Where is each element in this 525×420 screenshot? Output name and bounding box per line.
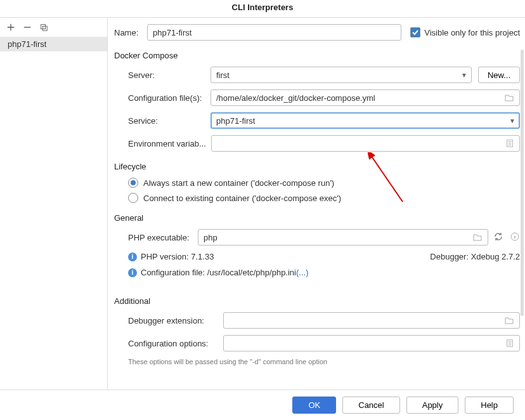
debugger-ext-row: Debugger extension:	[128, 312, 520, 329]
general-section-label: General	[114, 213, 520, 223]
svg-rect-0	[41, 25, 46, 29]
remove-icon[interactable]	[23, 23, 32, 32]
config-opts-label: Configuration options:	[128, 339, 223, 348]
visible-checkbox-label: Visible only for this project	[424, 28, 520, 37]
svg-rect-1	[42, 26, 47, 30]
lifecycle-section-label: Lifecycle	[114, 162, 520, 171]
sidebar-toolbar	[0, 18, 107, 37]
radio-icon	[128, 178, 138, 188]
radio-icon	[128, 193, 138, 203]
name-label: Name:	[114, 28, 147, 37]
window-title: CLI Interpreters	[0, 0, 525, 17]
php-version-text: PHP version: 7.1.33	[141, 252, 214, 261]
main-container: php71-first Name: Visible only for this …	[0, 17, 525, 391]
visible-checkbox[interactable]	[410, 27, 420, 37]
additional-section-label: Additional	[114, 296, 520, 306]
service-value: php71-first	[216, 116, 255, 126]
php-exec-row: PHP executable: php	[128, 229, 520, 246]
config-files-row: Configuration file(s): /home/alex/docker…	[128, 89, 520, 106]
name-input[interactable]	[147, 24, 401, 41]
info-icon: i	[128, 268, 137, 277]
folder-icon[interactable]	[472, 232, 483, 242]
sidebar-item-label: php71-first	[8, 39, 46, 49]
chevron-down-icon: ▼	[509, 117, 515, 124]
lifecycle-opt1-label: Always start a new container ('docker-co…	[143, 178, 334, 188]
add-icon[interactable]	[6, 23, 15, 32]
env-input[interactable]	[211, 135, 520, 152]
sidebar: php71-first	[0, 18, 108, 391]
lifecycle-radio-run[interactable]: Always start a new container ('docker-co…	[128, 178, 520, 188]
server-row: Server: first ▼ New...	[128, 67, 520, 83]
ok-button[interactable]: OK	[292, 397, 336, 414]
config-files-input[interactable]: /home/alex/docker_git/docker-compose.yml	[211, 89, 520, 106]
service-row: Service: php71-first ▼	[128, 112, 520, 129]
php-exec-actions	[493, 232, 520, 244]
sidebar-item-php71[interactable]: php71-first	[0, 37, 107, 51]
server-value: first	[216, 70, 230, 80]
config-file-row: i Configuration file: /usr/local/etc/php…	[114, 268, 520, 277]
content-panel: Name: Visible only for this project Dock…	[108, 18, 525, 391]
help-button[interactable]: Help	[465, 397, 514, 414]
debugger-ext-input[interactable]	[223, 312, 520, 329]
footer: OK Cancel Apply Help	[0, 390, 525, 420]
folder-icon[interactable]	[504, 93, 514, 103]
config-files-value: /home/alex/docker_git/docker-compose.yml	[216, 93, 375, 103]
env-label: Environment variab...	[128, 139, 211, 148]
debugger-text: Debugger: Xdebug 2.7.2	[430, 252, 520, 261]
env-row: Environment variab...	[128, 135, 520, 152]
info-icon[interactable]	[510, 232, 520, 244]
chevron-down-icon: ▼	[461, 72, 467, 79]
info-icon: i	[128, 253, 137, 261]
new-server-button[interactable]: New...	[478, 67, 520, 83]
config-file-link[interactable]: (...)	[296, 268, 309, 277]
service-label: Service:	[128, 116, 211, 126]
cancel-button[interactable]: Cancel	[342, 397, 399, 414]
php-exec-value: php	[204, 233, 217, 242]
config-files-label: Configuration file(s):	[128, 93, 211, 103]
docker-section-label: Docker Compose	[114, 51, 520, 60]
config-opts-input[interactable]	[223, 335, 520, 351]
debugger-ext-label: Debugger extension:	[128, 316, 223, 325]
server-label: Server:	[128, 70, 211, 80]
sidebar-list: php71-first	[0, 37, 107, 51]
php-version-row: i PHP version: 7.1.33 Debugger: Xdebug 2…	[114, 252, 520, 261]
scrollbar[interactable]	[521, 49, 524, 316]
server-combo[interactable]: first ▼	[211, 67, 472, 83]
lifecycle-opt2-label: Connect to existing container ('docker-c…	[143, 194, 341, 203]
visible-checkbox-wrap[interactable]: Visible only for this project	[410, 27, 520, 37]
refresh-icon[interactable]	[493, 232, 503, 244]
config-file-text: Configuration file: /usr/local/etc/php/p…	[141, 268, 296, 277]
name-row: Name: Visible only for this project	[114, 24, 520, 41]
service-combo[interactable]: php71-first ▼	[211, 112, 520, 129]
hint-text: These options will be passed using the "…	[114, 358, 520, 365]
document-icon[interactable]	[505, 339, 514, 348]
config-opts-row: Configuration options:	[128, 335, 520, 351]
lifecycle-radio-exec[interactable]: Connect to existing container ('docker-c…	[128, 193, 520, 203]
php-exec-input[interactable]: php	[198, 229, 488, 246]
apply-button[interactable]: Apply	[406, 397, 459, 414]
folder-icon[interactable]	[504, 315, 514, 325]
php-exec-label: PHP executable:	[128, 233, 198, 242]
document-icon[interactable]	[505, 139, 514, 148]
copy-icon[interactable]	[39, 23, 48, 32]
